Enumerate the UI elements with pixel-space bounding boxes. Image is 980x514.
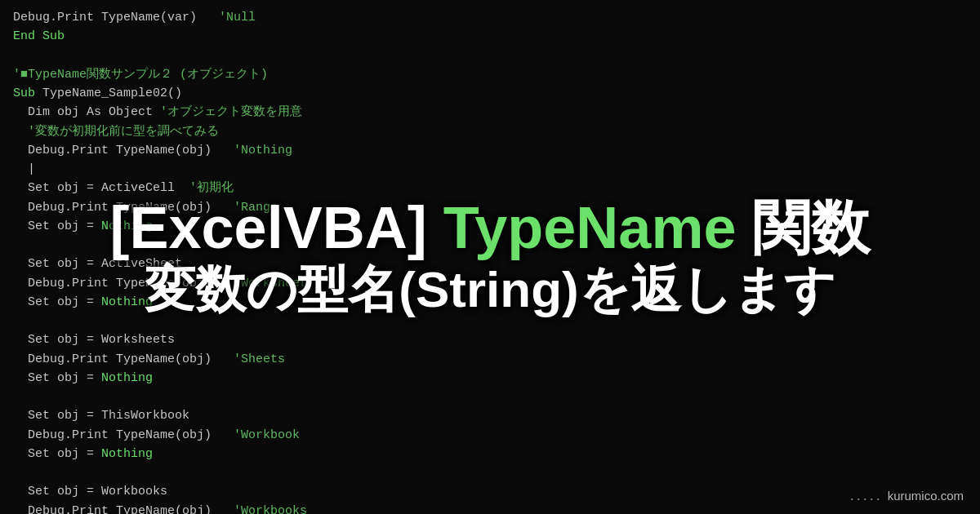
code-token: Sub xyxy=(13,86,35,100)
code-line xyxy=(13,236,967,255)
code-line: Debug.Print TypeName(obj) 'Workbooks xyxy=(13,502,967,515)
code-line: Set obj = ThisWorkbook xyxy=(13,406,967,425)
code-token: Nothing xyxy=(101,447,153,461)
code-line: Set obj = Nothing xyxy=(13,369,967,388)
code-token: Set obj = Worksheets xyxy=(13,333,175,347)
code-token: TypeName_Sample02() xyxy=(35,86,182,100)
code-line: '■TypeName関数サンプル２ (オブジェクト) xyxy=(13,65,967,84)
code-token: End Sub xyxy=(13,29,65,43)
code-line: Set obj = ActiveSheet xyxy=(13,255,967,273)
code-token: 'Workbooks xyxy=(234,504,307,515)
code-token: 'Worksheet xyxy=(234,277,307,290)
code-token: Set obj = ActiveCell xyxy=(13,181,189,195)
code-token: Set obj = ThisWorkbook xyxy=(13,409,189,423)
code-background: Debug.Print TypeName(var) 'NullEnd Sub '… xyxy=(0,0,980,514)
code-token: Set obj = xyxy=(13,447,101,461)
code-line xyxy=(13,463,967,482)
code-line: Debug.Print TypeName(var) 'Null xyxy=(13,8,967,27)
code-line: Debug.Print TypeName(obj) 'Range xyxy=(13,198,967,217)
code-line: Set obj = ActiveCell '初期化 xyxy=(13,179,967,197)
code-line xyxy=(13,312,967,330)
code-token: 'Nothing xyxy=(234,144,292,157)
code-line: Set obj = Nothing xyxy=(13,217,967,236)
code-token: Set obj = ActiveSheet xyxy=(13,257,182,271)
site-name: kurumico.com xyxy=(888,489,964,503)
code-token: Nothing xyxy=(101,371,153,385)
code-line: Set obj = Nothing xyxy=(13,445,967,463)
code-line: Set obj = Nothing xyxy=(13,293,967,312)
code-line: Sub TypeName_Sample02() xyxy=(13,84,967,103)
code-line: Debug.Print TypeName(obj) 'Worksheet xyxy=(13,274,967,293)
code-token: Set obj = Workbooks xyxy=(13,485,167,498)
code-token: 'Workbook xyxy=(234,428,300,442)
code-token: | xyxy=(13,162,35,176)
code-token: Debug.Print TypeName(var) xyxy=(13,11,219,24)
code-token: 'Null xyxy=(219,11,256,24)
code-token: Debug.Print TypeName(obj) xyxy=(13,428,234,442)
code-token: Dim obj As Object xyxy=(13,105,160,119)
code-token: Debug.Print TypeName(obj) xyxy=(13,201,234,215)
code-token: Debug.Print TypeName(obj) xyxy=(13,277,234,290)
code-line: Set obj = Workbooks xyxy=(13,482,967,501)
code-token: Debug.Print TypeName(obj) xyxy=(13,144,234,157)
code-line: Debug.Print TypeName(obj) 'Nothing xyxy=(13,141,967,160)
code-line: | xyxy=(13,160,967,179)
code-line xyxy=(13,47,967,65)
code-token: 'Range xyxy=(234,201,278,215)
code-line: '変数が初期化前に型を調べてみる xyxy=(13,122,967,141)
code-token: 'オブジェクト変数を用意 xyxy=(160,105,302,119)
code-line: End Sub xyxy=(13,27,967,46)
code-token: '変数が初期化前に型を調べてみる xyxy=(13,125,219,139)
code-line: Debug.Print TypeName(obj) 'Sheets xyxy=(13,350,967,369)
code-token: Set obj = xyxy=(13,371,101,385)
code-token: 'Sheets xyxy=(234,352,285,366)
code-token: '初期化 xyxy=(189,181,234,195)
code-token: Set obj = xyxy=(13,219,101,233)
code-token: Debug.Print TypeName(obj) xyxy=(13,504,234,515)
code-token: Set obj = xyxy=(13,295,101,309)
code-token: Nothing xyxy=(101,219,153,233)
code-line: Debug.Print TypeName(obj) 'Workbook xyxy=(13,426,967,445)
code-token: Nothing xyxy=(101,295,153,309)
code-line: Set obj = Worksheets xyxy=(13,330,967,349)
code-token: '■TypeName関数サンプル２ (オブジェクト) xyxy=(13,68,268,82)
code-token: Debug.Print TypeName(obj) xyxy=(13,352,234,366)
code-line xyxy=(13,388,967,406)
code-line: Dim obj As Object 'オブジェクト変数を用意 xyxy=(13,103,967,122)
site-dots: ..... xyxy=(850,487,883,504)
site-badge: ..... kurumico.com xyxy=(850,487,964,504)
